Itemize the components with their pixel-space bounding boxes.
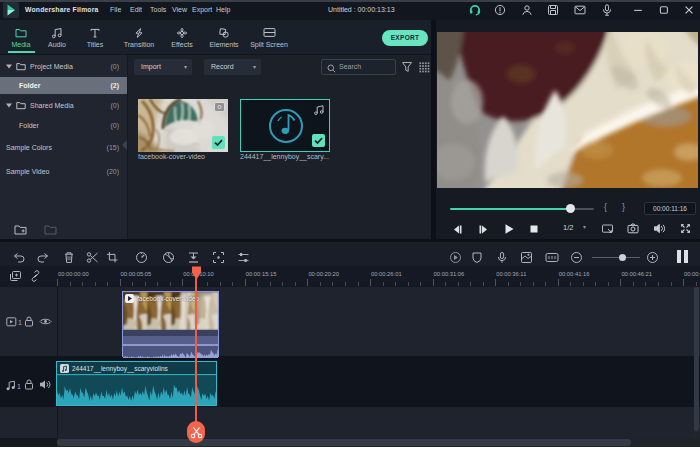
svg-text:1: 1 (17, 383, 21, 390)
svg-text:1: 1 (18, 319, 22, 326)
